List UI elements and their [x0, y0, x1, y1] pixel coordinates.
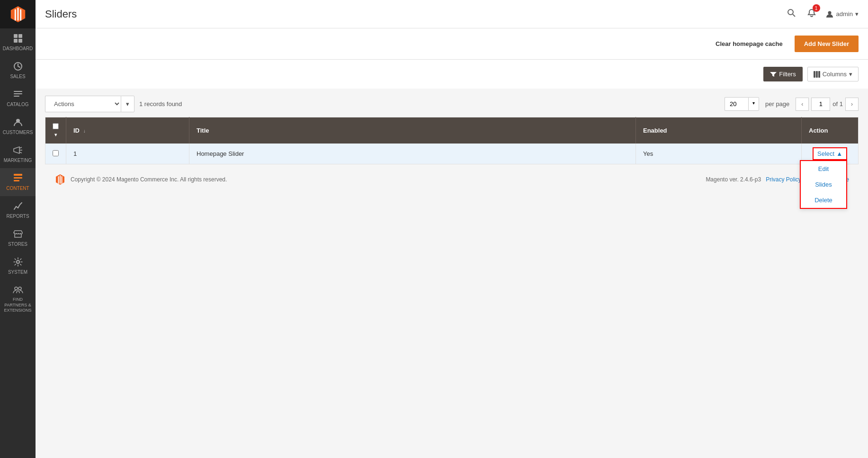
sidebar-item-find-partners[interactable]: FIND PARTNERS & EXTENSIONS	[0, 280, 36, 318]
admin-user-menu[interactable]: admin ▾	[825, 10, 859, 18]
sidebar-item-reports-label: REPORTS	[6, 213, 29, 219]
system-icon	[13, 257, 23, 267]
clear-cache-button[interactable]: Clear homepage cache	[708, 36, 790, 51]
row-id: 1	[73, 150, 77, 157]
svg-line-13	[793, 14, 795, 17]
magento-version: Magento ver. 2.4.6-p3	[706, 176, 761, 183]
marketing-icon	[13, 145, 23, 155]
action-select-arrow-icon: ▲	[836, 150, 842, 157]
table-header: ▾ ID ↓ Title Enabled Actio	[45, 117, 859, 144]
action-edit[interactable]: Edit	[801, 161, 846, 177]
dashboard-icon	[13, 33, 23, 44]
main-content: Sliders 1 admin ▾	[36, 0, 868, 458]
sidebar-item-catalog-label: CATALOG	[7, 101, 28, 108]
row-id-cell: 1	[66, 144, 189, 164]
sidebar-item-dashboard-label: DASHBOARD	[3, 45, 33, 52]
pagination-current-page[interactable]	[811, 98, 830, 111]
search-button[interactable]	[785, 6, 798, 22]
th-action: Action	[802, 117, 859, 144]
page-footer: Copyright © 2024 Magento Commerce Inc. A…	[45, 164, 859, 195]
sidebar-item-sales-label: SALES	[10, 73, 25, 80]
sidebar: DASHBOARD SALES CATALOG CUSTOMERS MARKET…	[0, 0, 36, 458]
sidebar-item-content-label: CONTENT	[6, 185, 29, 191]
page-content-area: Clear homepage cache Add New Slider Filt…	[36, 28, 868, 458]
action-delete[interactable]: Delete	[801, 192, 846, 208]
action-slides[interactable]: Slides	[801, 177, 846, 192]
svg-rect-6	[14, 174, 22, 176]
table-controls: Filters Columns ▾	[36, 60, 868, 89]
pagination-prev-button[interactable]: ‹	[796, 98, 809, 111]
sidebar-item-catalog[interactable]: CATALOG	[0, 84, 36, 112]
filters-button[interactable]: Filters	[763, 67, 802, 81]
magento-logo-icon	[9, 5, 27, 23]
customers-icon	[13, 117, 23, 127]
sidebar-item-partners-label: FIND PARTNERS & EXTENSIONS	[2, 297, 33, 314]
sidebar-item-dashboard[interactable]: DASHBOARD	[0, 28, 36, 56]
select-all-arrow[interactable]: ▾	[54, 132, 57, 137]
svg-rect-7	[14, 177, 22, 179]
search-icon	[787, 9, 796, 17]
sales-icon	[13, 61, 23, 72]
actions-bar: Clear homepage cache Add New Slider	[36, 28, 868, 60]
th-id[interactable]: ID ↓	[66, 117, 189, 144]
user-icon	[825, 10, 834, 18]
sidebar-item-customers-label: CUSTOMERS	[3, 129, 33, 135]
sidebar-item-sales[interactable]: SALES	[0, 56, 36, 84]
stores-icon	[13, 229, 23, 239]
sidebar-item-stores-label: STORES	[8, 241, 27, 247]
id-sort-icon: ↓	[83, 128, 86, 134]
svg-point-14	[828, 11, 831, 14]
row-title-cell: Homepage Slider	[189, 144, 636, 164]
th-enabled[interactable]: Enabled	[636, 117, 802, 144]
grid-controls: Actions ▾ 1 records found ▾ per page ‹ o…	[45, 89, 859, 117]
sidebar-item-reports[interactable]: REPORTS	[0, 196, 36, 224]
sidebar-item-content[interactable]: CONTENT	[0, 168, 36, 196]
sidebar-item-system-label: SYSTEM	[8, 269, 27, 275]
per-page-arrow[interactable]: ▾	[748, 97, 759, 111]
partners-icon	[13, 285, 23, 295]
svg-rect-8	[14, 180, 19, 181]
row-checkbox[interactable]	[53, 150, 59, 156]
sidebar-item-customers[interactable]: CUSTOMERS	[0, 112, 36, 140]
svg-rect-1	[18, 34, 22, 38]
per-page-input[interactable]	[725, 97, 748, 111]
privacy-policy-link[interactable]: Privacy Policy	[766, 176, 801, 183]
sidebar-item-stores[interactable]: STORES	[0, 224, 36, 252]
header-actions: 1 admin ▾	[785, 6, 859, 22]
action-select-link[interactable]: Select ▲	[813, 147, 847, 160]
add-new-slider-button[interactable]: Add New Slider	[795, 36, 859, 52]
notification-button[interactable]: 1	[805, 6, 818, 22]
sidebar-item-system[interactable]: SYSTEM	[0, 252, 36, 280]
actions-select-arrow[interactable]: ▾	[121, 96, 134, 112]
row-enabled: Yes	[643, 150, 653, 157]
sidebar-item-marketing[interactable]: MARKETING	[0, 140, 36, 168]
th-title[interactable]: Title	[189, 117, 636, 144]
svg-rect-17	[818, 71, 820, 78]
actions-select[interactable]: Actions	[45, 96, 121, 112]
content-icon	[13, 173, 23, 183]
pagination-next-button[interactable]: ›	[845, 98, 859, 111]
per-page-label: per page	[761, 100, 793, 108]
columns-button[interactable]: Columns ▾	[807, 67, 859, 81]
pagination-of: of 1	[832, 100, 843, 108]
data-section: Actions ▾ 1 records found ▾ per page ‹ o…	[36, 89, 868, 204]
filter-icon	[770, 71, 777, 78]
svg-rect-15	[814, 71, 815, 78]
table-body: 1 Homepage Slider Yes Select	[45, 144, 859, 164]
footer-left: Copyright © 2024 Magento Commerce Inc. A…	[54, 174, 227, 185]
columns-arrow-icon: ▾	[849, 71, 852, 78]
row-enabled-cell: Yes	[636, 144, 802, 164]
select-all-checkbox[interactable]	[53, 123, 59, 129]
columns-icon	[814, 71, 820, 78]
per-page-select-group: ▾	[725, 97, 759, 111]
actions-select-group: Actions ▾	[45, 96, 134, 112]
svg-point-12	[788, 9, 793, 15]
svg-rect-2	[14, 39, 18, 43]
row-title: Homepage Slider	[197, 150, 244, 157]
svg-rect-3	[18, 39, 22, 43]
svg-rect-0	[14, 34, 18, 38]
row-checkbox-cell	[45, 144, 66, 164]
catalog-icon	[13, 89, 23, 99]
admin-username: admin	[836, 10, 853, 18]
svg-rect-16	[816, 71, 818, 78]
